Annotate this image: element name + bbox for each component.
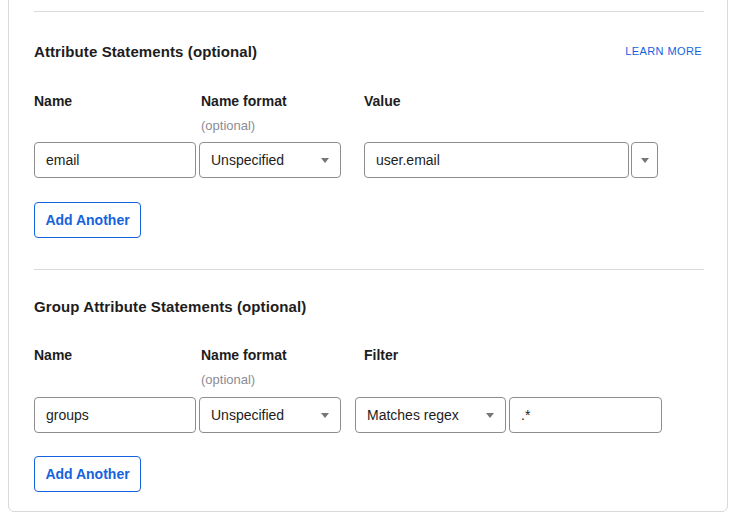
column-header-name-format: Name format: [201, 94, 287, 109]
settings-page: Attribute Statements (optional) LEARN MO…: [0, 0, 737, 530]
group-filter-value-input[interactable]: [509, 397, 662, 433]
chevron-down-icon: [321, 158, 329, 163]
group-column-header-name: Name: [34, 348, 72, 363]
saml-settings-card: Attribute Statements (optional) LEARN MO…: [8, 0, 728, 512]
add-another-group-attribute-button[interactable]: Add Another: [34, 456, 141, 492]
group-attribute-name-input[interactable]: [34, 397, 196, 433]
group-column-header-name-format: Name format: [201, 348, 287, 363]
chevron-down-icon: [486, 413, 494, 418]
group-filter-type-select[interactable]: Matches regex: [355, 397, 506, 433]
group-attribute-name-format-select[interactable]: Unspecified: [199, 397, 341, 433]
learn-more-link[interactable]: LEARN MORE: [625, 45, 702, 58]
attribute-name-input[interactable]: [34, 142, 196, 178]
section-divider-middle: [34, 269, 704, 270]
attribute-value-input[interactable]: [364, 142, 629, 178]
chevron-down-icon: [321, 413, 329, 418]
group-column-header-name-format-note: (optional): [201, 372, 255, 387]
attribute-name-format-select[interactable]: Unspecified: [199, 142, 341, 178]
group-attribute-name-format-value: Unspecified: [211, 407, 284, 423]
chevron-down-icon: [641, 158, 649, 163]
column-header-name-format-note: (optional): [201, 118, 255, 133]
column-header-value: Value: [364, 94, 401, 109]
attribute-value-dropdown-button[interactable]: [631, 142, 658, 178]
section-divider-top: [34, 11, 704, 12]
group-attribute-statements-title: Group Attribute Statements (optional): [34, 298, 306, 315]
add-another-attribute-button[interactable]: Add Another: [34, 202, 141, 238]
group-column-header-filter: Filter: [364, 348, 398, 363]
column-header-name: Name: [34, 94, 72, 109]
group-filter-type-value: Matches regex: [367, 407, 459, 423]
attribute-name-format-value: Unspecified: [211, 152, 284, 168]
attribute-statements-title: Attribute Statements (optional): [34, 43, 257, 60]
